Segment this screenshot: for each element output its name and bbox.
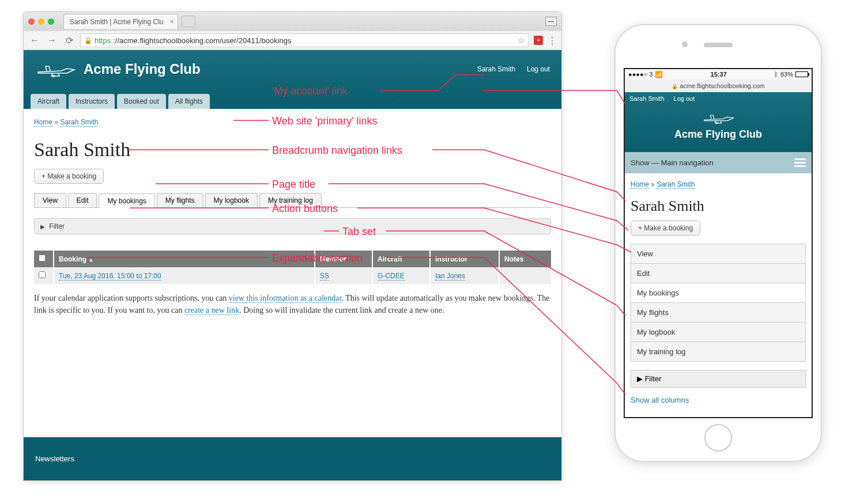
phone-camera-icon: [682, 41, 688, 47]
show-nav-bar[interactable]: Show — Main navigation: [625, 152, 812, 173]
aircraft-link[interactable]: G-CDEE: [378, 272, 405, 281]
anno-page-title: Page title: [272, 179, 315, 191]
browser-tabbar: Sarah Smith | Acme Flying Clu × —: [24, 12, 561, 31]
new-tab-button[interactable]: [182, 16, 195, 27]
phone-my-account-link[interactable]: Sarah Smith: [629, 95, 665, 102]
ptab-my-training-log[interactable]: My training log: [631, 342, 805, 361]
close-tab-icon[interactable]: ×: [170, 18, 174, 26]
site-header: Acme Flying Club Sarah Smith Log out Air…: [24, 50, 561, 109]
phone-site-name: Acme Flying Club: [625, 128, 812, 141]
breadcrumb-home[interactable]: Home: [631, 180, 649, 189]
hamburger-icon[interactable]: [794, 157, 806, 169]
site-name: Acme Flying Club: [84, 61, 201, 77]
phone-page-title: Sarah Smith: [631, 198, 806, 215]
reload-button[interactable]: ⟳: [63, 35, 76, 46]
plane-icon: [702, 111, 734, 124]
phone-url-host: acme.flightschoolbooking.com: [680, 82, 764, 89]
site-logo[interactable]: Acme Flying Club: [35, 60, 201, 78]
tab-my-flights[interactable]: My flights: [157, 193, 203, 207]
make-booking-button[interactable]: + Make a booking: [34, 169, 104, 184]
nav-aircraft[interactable]: Aircraft: [31, 94, 66, 109]
footer-newsletters[interactable]: Newsletters: [35, 454, 74, 463]
th-notes[interactable]: Notes: [499, 251, 551, 267]
main-content: Home » Sarah Smith Sarah Smith + Make a …: [24, 109, 561, 437]
breadcrumb-sep: »: [54, 118, 58, 126]
browser-menu-icon[interactable]: ⋮: [548, 35, 557, 46]
triangle-right-icon: ▶: [637, 374, 643, 383]
show-all-columns-link[interactable]: Show all columns: [631, 396, 806, 404]
breadcrumb-home[interactable]: Home: [34, 118, 52, 127]
create-new-link[interactable]: create a new link: [184, 306, 239, 315]
my-account-link[interactable]: Sarah Smith: [477, 65, 515, 73]
battery-pct: 83%: [780, 71, 793, 78]
phone-tab-set: View Edit My bookings My flights My logb…: [631, 244, 806, 362]
tab-my-logbook[interactable]: My logbook: [205, 193, 258, 207]
breadcrumb-current[interactable]: Sarah Smith: [60, 118, 98, 127]
maximize-window-icon[interactable]: [48, 18, 54, 25]
tab-edit[interactable]: Edit: [68, 193, 97, 207]
anno-expandable: Expandable section: [272, 252, 363, 264]
tab-view[interactable]: View: [34, 193, 66, 207]
anno-breadcrumb: Breadcrumb navigation links: [272, 145, 402, 157]
nav-booked-out[interactable]: Booked out: [117, 94, 166, 109]
nav-all-flights[interactable]: All flights: [168, 94, 210, 109]
browser-tab[interactable]: Sarah Smith | Acme Flying Clu ×: [63, 14, 178, 29]
calendar-note: If your calendar application supports su…: [34, 292, 551, 316]
filter-label: Filter: [49, 222, 65, 230]
browser-toolbar: ← → ⟳ 🔒 https://acme.flightschoolbooking…: [24, 31, 561, 50]
phone-filter-label: Filter: [645, 374, 662, 383]
phone-statusbar: ●●●●○ 3 📶 15:37 ᛒ 83%: [625, 69, 812, 79]
phone-logout-link[interactable]: Log out: [674, 95, 695, 102]
browser-window: Sarah Smith | Acme Flying Clu × — ← → ⟳ …: [23, 12, 562, 481]
logout-link[interactable]: Log out: [527, 65, 550, 73]
tab-my-bookings[interactable]: My bookings: [99, 194, 154, 208]
status-time: 15:37: [663, 71, 774, 78]
row-checkbox[interactable]: [39, 271, 46, 278]
phone-account-links: Sarah Smith Log out: [625, 92, 812, 105]
booking-link[interactable]: Tue, 23 Aug 2016. 15:00 to 17:00: [59, 272, 161, 281]
ptab-my-flights[interactable]: My flights: [631, 303, 805, 323]
phone-screen: ●●●●○ 3 📶 15:37 ᛒ 83% 🔒 acme.flightschoo…: [624, 68, 813, 418]
phone-url-bar[interactable]: 🔒 acme.flightschoolbooking.com: [625, 79, 812, 92]
plane-icon: [35, 60, 76, 78]
th-instructor[interactable]: Instructor: [430, 251, 499, 267]
close-window-icon[interactable]: [28, 18, 35, 25]
anno-action-buttons: Action buttons: [272, 203, 338, 215]
tab-title: Sarah Smith | Acme Flying Clu: [70, 18, 164, 26]
phone-device: ●●●●○ 3 📶 15:37 ᛒ 83% 🔒 acme.flightschoo…: [614, 24, 822, 462]
address-bar[interactable]: 🔒 https://acme.flightschoolbooking.com/u…: [80, 33, 529, 47]
instructor-link[interactable]: Ian Jones: [435, 272, 465, 281]
select-all-checkbox[interactable]: [39, 255, 46, 262]
ptab-my-logbook[interactable]: My logbook: [631, 323, 805, 342]
phone-make-booking-button[interactable]: + Make a booking: [631, 221, 700, 236]
show-nav-label: Show — Main navigation: [631, 158, 714, 167]
sort-asc-icon: ▲: [88, 257, 93, 263]
minimize-window-icon[interactable]: [38, 18, 44, 25]
anno-tab-set: Tab set: [342, 226, 376, 238]
forward-button[interactable]: →: [46, 35, 58, 46]
view-calendar-link[interactable]: view this information as a calendar: [229, 294, 342, 303]
notes-cell: [499, 267, 551, 284]
bookmark-star-icon[interactable]: ☆: [518, 36, 525, 45]
nav-instructors[interactable]: Instructors: [69, 94, 115, 109]
window-controls: [28, 18, 54, 25]
member-link[interactable]: SS: [320, 272, 329, 281]
phone-logo[interactable]: Acme Flying Club: [625, 105, 812, 152]
window-menu-icon[interactable]: —: [545, 17, 557, 26]
ptab-edit[interactable]: Edit: [631, 264, 805, 283]
ptab-my-bookings[interactable]: My bookings: [631, 283, 805, 303]
filter-expander[interactable]: ▶ Filter: [34, 218, 551, 234]
extension-badge[interactable]: 4: [534, 36, 543, 45]
carrier-signal: ●●●●○ 3: [628, 71, 652, 78]
wifi-icon: 📶: [655, 71, 663, 78]
table-row: Tue, 23 Aug 2016. 15:00 to 17:00 SS G-CD…: [34, 267, 551, 284]
th-aircraft[interactable]: Aircraft: [372, 251, 430, 267]
account-links: Sarah Smith Log out: [477, 65, 550, 73]
phone-breadcrumb: Home » Sarah Smith: [631, 180, 806, 188]
ptab-view[interactable]: View: [631, 244, 805, 264]
breadcrumb-current[interactable]: Sarah Smith: [657, 180, 695, 189]
back-button[interactable]: ←: [28, 35, 41, 46]
bluetooth-icon: ᛒ: [774, 71, 778, 78]
phone-home-button[interactable]: [704, 424, 732, 452]
phone-filter-expander[interactable]: ▶ Filter: [631, 370, 806, 388]
